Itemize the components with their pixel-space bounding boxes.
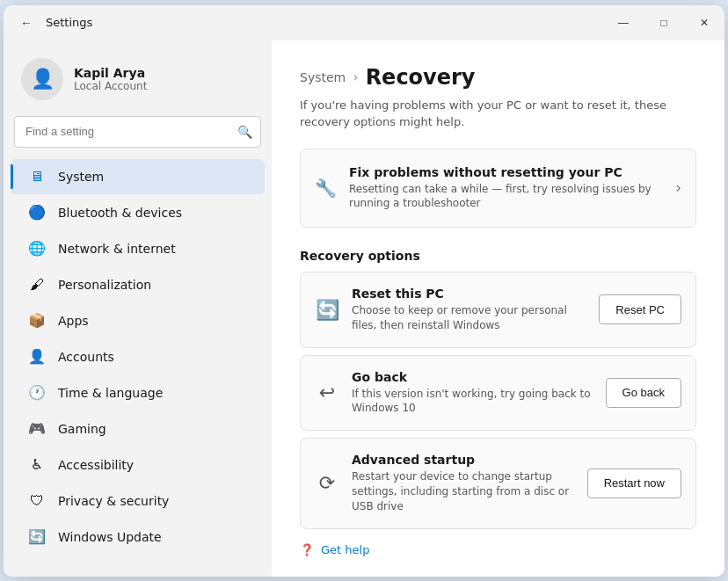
time-icon: 🕐 — [28, 384, 46, 402]
search-input[interactable] — [14, 116, 261, 148]
accessibility-icon: ♿ — [28, 456, 46, 474]
sidebar-item-personalization[interactable]: 🖌 Personalization — [11, 267, 265, 302]
settings-window: ← Settings — □ ✕ 👤 Kapil Arya Local Acco… — [4, 5, 724, 577]
window-controls: — □ ✕ — [603, 5, 724, 40]
windows-update-icon: 🔄 — [28, 528, 46, 546]
window-title: Settings — [46, 16, 92, 29]
sidebar-label-privacy: Privacy & security — [58, 494, 169, 508]
network-icon: 🌐 — [28, 240, 46, 258]
user-section: 👤 Kapil Arya Local Account — [4, 49, 272, 116]
reset-pc-button[interactable]: Reset PC — [599, 294, 681, 324]
minimize-button[interactable]: — — [603, 5, 644, 40]
sidebar-label-network: Network & internet — [58, 242, 176, 256]
get-help-link[interactable]: ❓ Get help — [300, 543, 696, 556]
gaming-icon: 🎮 — [28, 420, 46, 438]
sidebar-label-accounts: Accounts — [58, 350, 114, 364]
advanced-startup-icon: ⟳ — [315, 472, 339, 494]
bluetooth-icon: 🔵 — [28, 204, 46, 222]
sidebar-item-bluetooth[interactable]: 🔵 Bluetooth & devices — [11, 195, 265, 230]
fix-problems-card[interactable]: 🔧 Fix problems without resetting your PC… — [300, 149, 696, 229]
sidebar-item-time[interactable]: 🕐 Time & language — [11, 375, 265, 410]
breadcrumb-separator: › — [353, 69, 358, 85]
breadcrumb-current: Recovery — [366, 65, 476, 90]
reset-pc-card: 🔄 Reset this PC Choose to keep or remove… — [300, 272, 696, 348]
recovery-options-label: Recovery options — [300, 249, 696, 263]
restart-now-button[interactable]: Restart now — [587, 468, 681, 498]
reset-pc-text: Reset this PC Choose to keep or remove y… — [352, 287, 586, 333]
advanced-startup-card: ⟳ Advanced startup Restart your device t… — [300, 438, 696, 528]
go-back-card: ↩ Go back If this version isn't working,… — [300, 355, 696, 432]
sidebar-label-time: Time & language — [58, 386, 163, 400]
sidebar-item-gaming[interactable]: 🎮 Gaming — [11, 411, 265, 447]
sidebar-item-system[interactable]: 🖥 System — [11, 159, 265, 194]
go-back-button[interactable]: Go back — [606, 378, 681, 408]
fix-card-description: Resetting can take a while — first, try … — [349, 182, 664, 212]
personalization-icon: 🖌 — [28, 276, 46, 294]
avatar-icon: 👤 — [31, 68, 55, 90]
user-name: Kapil Arya — [74, 66, 147, 80]
main-content: 👤 Kapil Arya Local Account 🔍 🖥 System — [4, 40, 724, 577]
sidebar-nav: 🖥 System 🔵 Bluetooth & devices 🌐 Network… — [4, 158, 272, 556]
sidebar-label-bluetooth: Bluetooth & devices — [58, 206, 182, 220]
search-icon: 🔍 — [237, 125, 252, 139]
advanced-startup-title: Advanced startup — [352, 453, 575, 467]
fix-card-text: Fix problems without resetting your PC R… — [349, 165, 664, 212]
sidebar-item-apps[interactable]: 📦 Apps — [11, 303, 265, 338]
sidebar: 👤 Kapil Arya Local Account 🔍 🖥 System — [4, 40, 272, 577]
get-help-icon: ❓ — [300, 543, 314, 556]
sidebar-item-windows-update[interactable]: 🔄 Windows Update — [11, 519, 265, 555]
page-description: If you're having problems with your PC o… — [300, 97, 687, 131]
search-box: 🔍 — [14, 116, 261, 148]
apps-icon: 📦 — [28, 312, 46, 330]
sidebar-label-accessibility: Accessibility — [58, 458, 134, 472]
sidebar-item-accounts[interactable]: 👤 Accounts — [11, 339, 265, 374]
main-panel: System › Recovery If you're having probl… — [272, 40, 724, 577]
titlebar: ← Settings — □ ✕ — [4, 5, 724, 40]
get-help-label: Get help — [321, 543, 369, 556]
reset-pc-icon: 🔄 — [315, 299, 339, 321]
sidebar-label-system: System — [58, 170, 104, 184]
privacy-icon: 🛡 — [28, 492, 46, 510]
sidebar-item-accessibility[interactable]: ♿ Accessibility — [11, 447, 265, 483]
reset-pc-description: Choose to keep or remove your personal f… — [352, 303, 586, 333]
accounts-icon: 👤 — [28, 348, 46, 366]
user-account-type: Local Account — [74, 80, 147, 92]
sidebar-item-privacy[interactable]: 🛡 Privacy & security — [11, 483, 265, 519]
back-button[interactable]: ← — [14, 11, 39, 35]
sidebar-label-apps: Apps — [58, 314, 89, 328]
chevron-right-icon: › — [676, 179, 681, 196]
breadcrumb-system: System — [300, 70, 346, 84]
sidebar-label-windows-update: Windows Update — [58, 530, 162, 544]
user-info: Kapil Arya Local Account — [74, 66, 147, 92]
maximize-button[interactable]: □ — [644, 5, 684, 40]
sidebar-item-network[interactable]: 🌐 Network & internet — [11, 231, 265, 266]
fix-card-title: Fix problems without resetting your PC — [349, 165, 664, 179]
advanced-startup-description: Restart your device to change startup se… — [352, 469, 575, 513]
go-back-text: Go back If this version isn't working, t… — [352, 370, 593, 417]
go-back-description: If this version isn't working, try going… — [352, 387, 593, 417]
reset-pc-title: Reset this PC — [352, 287, 586, 301]
go-back-icon: ↩ — [315, 381, 339, 403]
avatar: 👤 — [21, 58, 63, 100]
go-back-title: Go back — [352, 370, 593, 384]
system-icon: 🖥 — [28, 168, 46, 185]
close-button[interactable]: ✕ — [684, 5, 724, 40]
sidebar-label-personalization: Personalization — [58, 278, 151, 292]
advanced-startup-text: Advanced startup Restart your device to … — [352, 453, 575, 513]
sidebar-label-gaming: Gaming — [58, 422, 106, 436]
breadcrumb: System › Recovery — [300, 65, 696, 90]
fix-wrench-icon: 🔧 — [315, 178, 337, 199]
